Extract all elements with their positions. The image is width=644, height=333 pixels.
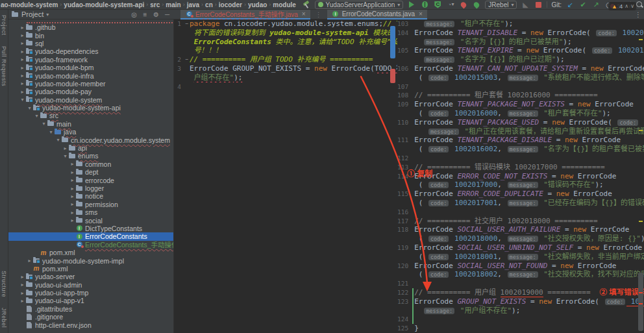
scrollbar-thumb[interactable] xyxy=(390,26,395,58)
code-line[interactable]: 112 xyxy=(397,154,644,163)
tree-item[interactable]: ▸yudao-module-bpm xyxy=(8,64,173,71)
code-line[interactable]: 号！！！ xyxy=(174,46,397,55)
git-commit-button[interactable]: ✔ xyxy=(578,1,588,9)
code-line[interactable]: message: "名字为【{}】的租户已过期"); xyxy=(397,55,644,64)
tree-item[interactable]: ▸api xyxy=(8,144,173,152)
chevron-collapsed-icon[interactable]: ▸ xyxy=(19,80,25,86)
panel-settings-button[interactable]: ⚙ xyxy=(152,11,160,18)
project-panel-header[interactable]: Project ▾ ◎ ≡ ⚙ ─ xyxy=(8,10,174,19)
code-line[interactable]: 111ErrorCode TENANT_PACKAGE_DISABLE = ne… xyxy=(397,136,644,145)
tree-item[interactable]: CErrorCodeConstants_手动操作.java③ 删除该文件 xyxy=(8,241,173,249)
chevron-collapsed-icon[interactable]: ▸ xyxy=(27,258,32,264)
code-line[interactable]: 105ErrorCode TENANT_EXPIRE = new ErrorCo… xyxy=(397,46,644,55)
tree-item[interactable]: ▸.github xyxy=(8,23,173,31)
tree-item[interactable]: ▸yudao-ui-app-v1 xyxy=(8,297,173,304)
chevron-collapsed-icon[interactable]: ▸ xyxy=(69,161,75,167)
strip-tab-structure[interactable]: Structure xyxy=(1,265,7,302)
tab-errorcodeconstants-manual[interactable]: C ErrorCodeConstants_手动操作.java × xyxy=(180,10,310,19)
breadcrumb-item[interactable]: main xyxy=(166,1,180,8)
splitter-handle[interactable]: ⋮ xyxy=(310,10,327,19)
chevron-collapsed-icon[interactable]: ▸ xyxy=(69,210,75,216)
tree-item[interactable]: ▾enums xyxy=(8,152,173,160)
run-button[interactable] xyxy=(407,1,416,9)
close-icon[interactable]: × xyxy=(302,10,306,18)
code-line[interactable]: 将下面的错误码复制到 yudao-module-system-api 模块的 xyxy=(174,29,397,38)
code-line[interactable]: 113// ========== 错误码模块 1002017000 ======… xyxy=(397,163,644,172)
tree-item[interactable]: ▸yudao-module-infra xyxy=(8,71,173,79)
tree-item[interactable]: ▾cn.iocoder.yudao.module.system xyxy=(8,136,173,143)
chevron-expanded-icon[interactable]: ▾ xyxy=(48,129,54,135)
tree-item[interactable]: .gitignore xyxy=(8,313,173,321)
code-line[interactable]: ( code: 1002018001, message: "社交解绑失败，非当前… xyxy=(397,253,644,262)
tree-item[interactable]: ▸logger xyxy=(8,184,173,192)
tree-item[interactable]: ▸permission xyxy=(8,201,173,208)
collapse-all-button[interactable]: ≡ xyxy=(141,11,149,18)
more-options-icon[interactable]: ⋮ xyxy=(635,10,644,19)
strip-tab-project[interactable]: Project xyxy=(1,10,7,41)
tab-errorcodeconstants[interactable]: I ErrorCodeConstants.java × xyxy=(327,10,427,19)
chevron-collapsed-icon[interactable]: ▸ xyxy=(19,65,25,71)
next-warning-icon[interactable]: ∨ xyxy=(630,3,634,9)
jrebel-select[interactable]: JRebel ▾ xyxy=(485,1,517,9)
tree-item[interactable]: ▸yudao-module-pay xyxy=(8,88,173,95)
strip-tab-jrebel[interactable]: JRebel xyxy=(1,302,7,333)
jrebel-disabled-icon[interactable]: ◣ xyxy=(521,1,530,9)
code-line[interactable]: 3ErrorCode GROUP_NOT_EXISTS = new ErrorC… xyxy=(174,64,397,73)
breadcrumb-item[interactable]: module xyxy=(273,1,296,8)
tree-item[interactable]: ▸common xyxy=(8,160,173,168)
tree-item[interactable]: ▸yudao-ui-app-tmp xyxy=(8,289,173,297)
chevron-expanded-icon[interactable]: ▾ xyxy=(41,121,47,127)
scrollbar-warning-mark[interactable] xyxy=(639,39,643,40)
rerun-icon[interactable] xyxy=(459,1,468,9)
code-line[interactable]: 118ErrorCode SOCIAL_USER_AUTH_FAILURE = … xyxy=(397,225,644,234)
tree-item[interactable]: http-client.env.json xyxy=(8,321,173,328)
tree-item[interactable]: ▾src xyxy=(8,112,173,119)
chevron-collapsed-icon[interactable]: ▸ xyxy=(19,89,25,95)
chevron-collapsed-icon[interactable]: ▸ xyxy=(19,298,25,304)
breadcrumb-item[interactable]: iocoder xyxy=(219,1,242,8)
code-line[interactable]: 108// ========== 租户套餐 1002016000 =======… xyxy=(397,91,644,100)
tree-item[interactable]: ▸dept xyxy=(8,168,173,176)
code-line[interactable]: ( code: 1002018000, message: "社交授权失败，原因是… xyxy=(397,234,644,243)
tree-item[interactable]: ▸sms xyxy=(8,208,173,216)
chevron-collapsed-icon[interactable]: ▸ xyxy=(19,73,25,79)
hide-panel-button[interactable]: ─ xyxy=(163,11,171,18)
tree-item[interactable]: ▸sql xyxy=(8,40,173,47)
debug-button[interactable] xyxy=(420,1,429,9)
strip-tab-pull-requests[interactable]: Pull Requests xyxy=(1,41,7,92)
code-line[interactable]: ErrorCodeConstants 类中。注意，请给“TODO 补充编号”设置… xyxy=(174,38,397,47)
git-push-button[interactable]: ↗ xyxy=(591,1,601,9)
tree-item[interactable]: ▸yudao-module-member xyxy=(8,80,173,88)
chevron-collapsed-icon[interactable]: ▸ xyxy=(19,25,25,31)
code-line[interactable]: 户组不存在"); xyxy=(174,73,397,82)
scrollbar-right-editor[interactable] xyxy=(638,19,644,333)
breadcrumb-item[interactable]: cn xyxy=(205,1,213,8)
scrollbar-warning-mark[interactable] xyxy=(639,221,643,222)
breadcrumb-item[interactable]: ao-module-system xyxy=(1,1,58,8)
chevron-collapsed-icon[interactable]: ▸ xyxy=(19,282,25,288)
code-line[interactable]: ( code: 1002015003, message: "系统租户不能进行修改… xyxy=(397,73,644,82)
scrollbar-warning-mark[interactable] xyxy=(639,130,643,131)
code-line[interactable]: 122// ========== 用户组 1002019000 ========… xyxy=(397,288,644,297)
chevron-collapsed-icon[interactable]: ▸ xyxy=(69,169,75,175)
code-line[interactable]: message: "租户正在使用该套餐，请给租户重新设置套餐后再尝试删除"); xyxy=(397,127,644,136)
chevron-collapsed-icon[interactable]: ▸ xyxy=(69,217,75,223)
code-line[interactable]: 109ErrorCode TENANT_PACKAGE_NOT_EXISTS =… xyxy=(397,100,644,109)
code-line[interactable]: 115ErrorCode ERROR_CODE_DUPLICATE = new … xyxy=(397,190,644,199)
editor-right-pane[interactable]: 103 message: "租户不存在");104ErrorCode TENAN… xyxy=(397,19,644,333)
tree-item[interactable]: ▸notice xyxy=(8,192,173,200)
tree-item[interactable]: .gitattributes xyxy=(8,305,173,313)
coverage-button[interactable]: C xyxy=(433,1,442,9)
scrollbar-thumb[interactable] xyxy=(638,273,643,331)
code-line[interactable]: ( code: 1002017000, message: "错误码不存在"); xyxy=(397,180,644,190)
tree-item[interactable]: ▸social xyxy=(8,216,173,224)
chevron-collapsed-icon[interactable]: ▸ xyxy=(69,186,75,191)
tree-item-project-root[interactable] xyxy=(8,19,173,23)
code-line[interactable]: 114ErrorCode ERROR_CODE_NOT_EXISTS = new… xyxy=(397,172,644,181)
code-line[interactable]: 104ErrorCode TENANT_DISABLE = new ErrorC… xyxy=(397,29,644,38)
chevron-collapsed-icon[interactable]: ▸ xyxy=(69,201,75,207)
code-line[interactable]: message: "用户组不存在"); xyxy=(397,306,644,315)
scrollbar-annotation-mark[interactable] xyxy=(639,303,643,304)
chevron-collapsed-icon[interactable]: ▸ xyxy=(62,145,68,151)
chevron-collapsed-icon[interactable]: ▸ xyxy=(19,290,25,296)
